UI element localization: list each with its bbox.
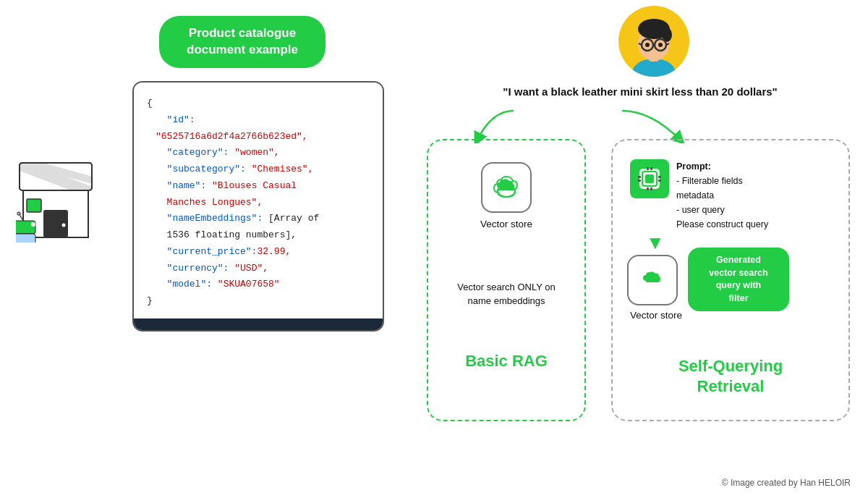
basic-rag-store-label: Vector store [438,219,574,229]
svg-rect-34 [645,174,654,183]
svg-rect-42 [658,180,661,182]
store-building-icon [16,141,95,245]
svg-rect-41 [658,176,661,178]
svg-rect-38 [650,187,652,190]
avatar [618,6,689,77]
bottom-vector-row: Generated vector search query with filte… [623,255,838,305]
basic-rag-description: Vector search ONLY on name embeddings [438,266,574,308]
document-footer [134,318,383,330]
prompt-area: Prompt: - Filterable fields metadata - u… [676,159,768,232]
svg-point-10 [62,224,66,227]
copyright: © Image created by Han HELOIR [722,478,851,488]
self-query-vector-store-icon [627,255,678,305]
svg-point-27 [645,43,650,47]
svg-rect-37 [647,187,649,190]
svg-rect-39 [638,176,641,178]
document-box: { "id": "6525716a6d2f4a2766b623ed", "cat… [132,81,384,332]
basic-rag-title: Basic RAG [438,352,574,371]
llm-box [630,159,669,198]
user-query: "I want a black leather mini skirt less … [427,85,854,98]
basic-rag-vector-store-icon [481,162,532,213]
self-query-vector-label: Vector store [630,310,838,321]
arrow-to-self-query [600,107,694,143]
basic-rag-column: Vector store Vector search ONLY on name … [427,139,586,421]
svg-rect-40 [638,180,641,182]
self-querying-column: Prompt: - Filterable fields metadata - u… [611,139,850,421]
product-label: Product catalogue document example [159,16,326,68]
svg-rect-9 [27,199,41,212]
svg-rect-35 [647,167,649,170]
document-content: { "id": "6525716a6d2f4a2766b623ed", "cat… [134,83,383,318]
svg-rect-12 [16,234,35,242]
svg-point-14 [31,222,35,227]
svg-rect-36 [650,167,652,170]
arrow-to-basic-rag [463,107,550,143]
generated-label: Generated vector search query with filte… [688,248,789,311]
llm-row: Prompt: - Filterable fields metadata - u… [623,159,838,232]
self-query-title: Self-Querying Retrieval [623,335,838,397]
svg-point-28 [658,43,663,47]
